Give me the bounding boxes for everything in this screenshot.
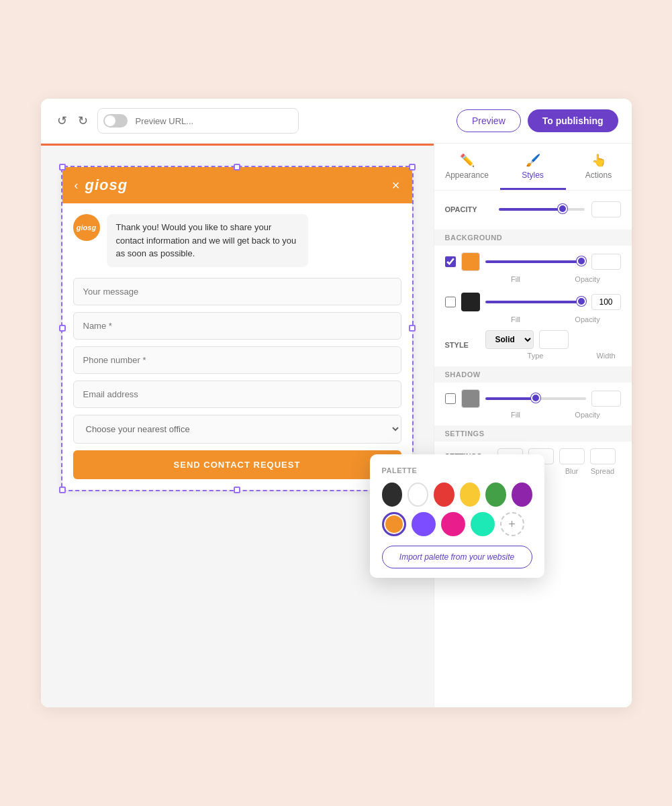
widget-body: giosg Thank you! Would you like to share… — [62, 203, 412, 490]
tab-styles[interactable]: 🖌️ Styles — [500, 144, 566, 190]
fill-sublabel: Fill — [483, 275, 549, 283]
shadow-divider: SHADOW — [434, 366, 632, 383]
shadow-checkbox[interactable] — [445, 393, 456, 404]
color-violet[interactable] — [412, 512, 436, 536]
bg-opacity-slider[interactable] — [485, 260, 586, 263]
main-layout: ‹ giosg × giosg Thank you! Would you lik… — [41, 144, 632, 707]
style-row: STYLE Solid 1 Type Width — [445, 330, 621, 360]
bg-checkbox[interactable] — [445, 256, 456, 267]
tab-appearance-label: Appearance — [445, 170, 489, 180]
color-dark[interactable] — [382, 483, 403, 507]
bg-color-swatch[interactable] — [461, 252, 480, 271]
palette-add-button[interactable]: + — [500, 512, 524, 536]
panel-content: OPACITY 100 BACKGROUND — [434, 191, 632, 707]
toolbar-history: ↺ ↻ — [54, 111, 91, 131]
color-green[interactable] — [485, 483, 506, 507]
background-section: 100 Fill Opacity — [445, 252, 621, 283]
stroke-row — [445, 293, 621, 311]
style-type-select[interactable]: Solid — [485, 330, 534, 349]
shadow-section: 50 Fill Opacity — [445, 389, 621, 419]
handle-ml[interactable] — [59, 325, 66, 332]
preview-url-input[interactable] — [133, 111, 298, 132]
import-palette-button[interactable]: Import palette from your website — [382, 546, 532, 568]
palette-row-2: + — [382, 512, 532, 536]
widget-logo: giosg — [85, 177, 128, 194]
settings-divider: SETTINGS — [434, 425, 632, 442]
settings-blur-input[interactable]: 6 — [559, 448, 585, 464]
handle-tl[interactable] — [59, 164, 66, 170]
chat-avatar-text: giosg — [77, 223, 96, 232]
message-input[interactable] — [73, 278, 401, 305]
chat-message-row: giosg Thank you! Would you like to share… — [73, 214, 401, 267]
palette-row-1 — [382, 483, 532, 507]
shadow-opacity-label: Opacity — [555, 411, 621, 419]
widget-back-button[interactable]: ‹ — [75, 179, 79, 193]
redo-button[interactable]: ↻ — [75, 111, 91, 131]
color-white[interactable] — [407, 483, 428, 507]
publish-button[interactable]: To publishing — [528, 109, 618, 132]
name-input[interactable] — [73, 312, 401, 340]
opacity-slider[interactable] — [499, 208, 585, 211]
handle-mr[interactable] — [409, 325, 416, 332]
panel-tabs: ✏️ Appearance 🖌️ Styles 👆 Actions — [434, 144, 632, 191]
color-yellow[interactable] — [460, 483, 481, 507]
email-input[interactable] — [73, 381, 401, 408]
widget-close-button[interactable]: × — [392, 178, 400, 193]
shadow-color-swatch[interactable] — [461, 389, 480, 408]
handle-tr[interactable] — [409, 164, 416, 170]
widget-header-left: ‹ giosg — [75, 177, 128, 194]
preview-toggle[interactable] — [103, 114, 128, 128]
canvas-area: ‹ giosg × giosg Thank you! Would you lik… — [41, 144, 434, 707]
actions-icon: 👆 — [591, 153, 606, 168]
phone-input[interactable] — [73, 346, 401, 374]
tab-actions-label: Actions — [585, 170, 612, 180]
chat-avatar: giosg — [73, 214, 100, 241]
shadow-row: 50 — [445, 389, 621, 408]
color-orange[interactable] — [382, 512, 406, 536]
handle-bm[interactable] — [234, 487, 240, 493]
opacity-sublabel2: Opacity — [555, 315, 621, 323]
widget-card: ‹ giosg × giosg Thank you! Would you lik… — [62, 167, 412, 490]
width-sublabel: Width — [591, 352, 621, 360]
stroke-opacity-slider[interactable] — [485, 301, 586, 303]
tab-appearance[interactable]: ✏️ Appearance — [434, 144, 500, 190]
opacity-row: OPACITY 100 — [445, 201, 621, 217]
opacity-value-input[interactable]: 100 — [591, 201, 621, 217]
color-red[interactable] — [434, 483, 454, 507]
background-divider: BACKGROUND — [434, 230, 632, 246]
bg-row: 100 — [445, 252, 621, 271]
stroke-color-swatch[interactable] — [461, 293, 480, 311]
settings-spread-label: Spread — [590, 467, 616, 475]
tab-styles-label: Styles — [522, 170, 544, 180]
palette-title: PALETTE — [382, 466, 532, 474]
send-button[interactable]: SEND CONTACT REQUEST — [73, 450, 401, 479]
opacity-sublabel: Opacity — [555, 275, 621, 283]
shadow-opacity-value[interactable]: 50 — [591, 391, 621, 407]
bg-opacity-value[interactable]: 100 — [591, 254, 621, 270]
toolbar: ↺ ↻ Preview To publishing — [41, 99, 632, 144]
preview-url-wrap — [97, 108, 299, 134]
type-sublabel: Type — [485, 352, 586, 360]
style-width-input[interactable]: 1 — [539, 330, 569, 349]
color-teal[interactable] — [471, 512, 495, 536]
stroke-checkbox[interactable] — [445, 297, 456, 307]
chat-bubble: Thank you! Would you like to share your … — [107, 214, 308, 267]
style-label: STYLE — [445, 341, 479, 349]
opacity-label: OPACITY — [445, 205, 492, 213]
undo-button[interactable]: ↺ — [54, 111, 70, 131]
widget-header: ‹ giosg × — [62, 167, 412, 203]
handle-bl[interactable] — [59, 487, 66, 493]
tab-actions[interactable]: 👆 Actions — [566, 144, 632, 190]
styles-icon: 🖌️ — [526, 153, 540, 168]
settings-spread-input[interactable]: 0 — [590, 448, 616, 464]
preview-button[interactable]: Preview — [457, 109, 521, 132]
handle-tm[interactable] — [234, 164, 240, 170]
settings-blur-label: Blur — [559, 467, 585, 475]
color-purple[interactable] — [512, 483, 532, 507]
palette-popup: PALETTE + Import palette from your w — [370, 454, 544, 578]
shadow-slider[interactable] — [485, 397, 586, 400]
color-pink[interactable] — [441, 512, 465, 536]
right-panel: ✏️ Appearance 🖌️ Styles 👆 Actions OPACIT… — [434, 144, 632, 707]
stroke-opacity-value[interactable] — [591, 294, 621, 310]
office-select[interactable]: Choose your nearest office — [73, 415, 401, 444]
